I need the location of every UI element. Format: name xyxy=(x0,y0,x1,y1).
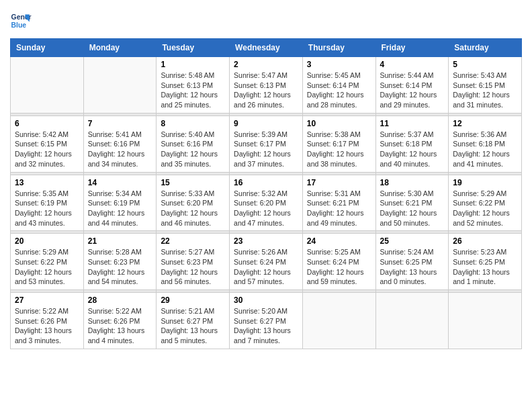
day-number: 19 xyxy=(453,178,517,187)
day-info: Sunrise: 5:25 AM Sunset: 6:24 PM Dayligh… xyxy=(307,247,371,287)
calendar-cell: 11Sunrise: 5:37 AM Sunset: 6:18 PM Dayli… xyxy=(375,116,449,172)
day-number: 17 xyxy=(307,178,371,187)
day-number: 7 xyxy=(88,119,152,128)
day-number: 15 xyxy=(161,178,225,187)
day-info: Sunrise: 5:40 AM Sunset: 6:16 PM Dayligh… xyxy=(161,130,225,169)
calendar-header-monday: Monday xyxy=(83,39,157,57)
day-number: 29 xyxy=(161,295,225,305)
calendar-week-row: 1Sunrise: 5:48 AM Sunset: 6:13 PM Daylig… xyxy=(11,57,522,113)
calendar-header-sunday: Sunday xyxy=(11,39,84,57)
day-info: Sunrise: 5:34 AM Sunset: 6:19 PM Dayligh… xyxy=(88,189,152,228)
calendar-week-row: 6Sunrise: 5:42 AM Sunset: 6:15 PM Daylig… xyxy=(11,116,522,172)
day-info: Sunrise: 5:22 AM Sunset: 6:26 PM Dayligh… xyxy=(15,306,79,346)
logo-icon: General Blue xyxy=(10,10,32,32)
calendar-cell: 29Sunrise: 5:21 AM Sunset: 6:27 PM Dayli… xyxy=(157,293,230,349)
calendar-cell: 20Sunrise: 5:29 AM Sunset: 6:22 PM Dayli… xyxy=(11,234,84,290)
calendar-cell: 16Sunrise: 5:32 AM Sunset: 6:20 PM Dayli… xyxy=(230,175,303,231)
day-number: 11 xyxy=(380,119,445,128)
calendar-cell: 27Sunrise: 5:22 AM Sunset: 6:26 PM Dayli… xyxy=(11,293,84,349)
calendar-cell: 3Sunrise: 5:45 AM Sunset: 6:14 PM Daylig… xyxy=(302,57,375,113)
calendar-header-row: SundayMondayTuesdayWednesdayThursdayFrid… xyxy=(11,39,522,57)
calendar-week-row: 20Sunrise: 5:29 AM Sunset: 6:22 PM Dayli… xyxy=(11,234,522,290)
day-number: 24 xyxy=(307,236,371,246)
calendar-header-friday: Friday xyxy=(375,39,449,57)
day-info: Sunrise: 5:30 AM Sunset: 6:21 PM Dayligh… xyxy=(380,189,445,228)
day-info: Sunrise: 5:24 AM Sunset: 6:25 PM Dayligh… xyxy=(380,247,445,287)
day-info: Sunrise: 5:43 AM Sunset: 6:15 PM Dayligh… xyxy=(453,71,517,110)
calendar-cell: 13Sunrise: 5:35 AM Sunset: 6:19 PM Dayli… xyxy=(11,175,84,231)
calendar-cell: 12Sunrise: 5:36 AM Sunset: 6:18 PM Dayli… xyxy=(449,116,522,172)
day-number: 4 xyxy=(380,60,445,69)
calendar-header-wednesday: Wednesday xyxy=(230,39,303,57)
day-number: 16 xyxy=(234,178,298,187)
calendar-cell: 30Sunrise: 5:20 AM Sunset: 6:27 PM Dayli… xyxy=(230,293,303,349)
calendar-header-saturday: Saturday xyxy=(449,39,522,57)
calendar-cell: 21Sunrise: 5:28 AM Sunset: 6:23 PM Dayli… xyxy=(83,234,157,290)
day-info: Sunrise: 5:47 AM Sunset: 6:13 PM Dayligh… xyxy=(234,71,298,110)
day-info: Sunrise: 5:35 AM Sunset: 6:19 PM Dayligh… xyxy=(15,189,79,228)
day-number: 12 xyxy=(453,119,517,128)
calendar-cell: 8Sunrise: 5:40 AM Sunset: 6:16 PM Daylig… xyxy=(157,116,230,172)
day-info: Sunrise: 5:32 AM Sunset: 6:20 PM Dayligh… xyxy=(234,189,298,228)
day-info: Sunrise: 5:45 AM Sunset: 6:14 PM Dayligh… xyxy=(307,71,371,110)
calendar-cell: 6Sunrise: 5:42 AM Sunset: 6:15 PM Daylig… xyxy=(11,116,84,172)
calendar-table: SundayMondayTuesdayWednesdayThursdayFrid… xyxy=(10,38,522,349)
day-number: 21 xyxy=(88,236,152,246)
day-info: Sunrise: 5:38 AM Sunset: 6:17 PM Dayligh… xyxy=(307,130,371,169)
calendar-cell xyxy=(11,57,84,113)
calendar-week-row: 13Sunrise: 5:35 AM Sunset: 6:19 PM Dayli… xyxy=(11,175,522,231)
day-number: 14 xyxy=(88,178,152,187)
calendar-cell: 26Sunrise: 5:23 AM Sunset: 6:25 PM Dayli… xyxy=(449,234,522,290)
logo: General Blue xyxy=(10,10,32,32)
day-info: Sunrise: 5:29 AM Sunset: 6:22 PM Dayligh… xyxy=(453,189,517,228)
calendar-cell: 24Sunrise: 5:25 AM Sunset: 6:24 PM Dayli… xyxy=(302,234,375,290)
calendar-cell: 28Sunrise: 5:22 AM Sunset: 6:26 PM Dayli… xyxy=(83,293,157,349)
day-number: 5 xyxy=(453,60,517,69)
day-info: Sunrise: 5:37 AM Sunset: 6:18 PM Dayligh… xyxy=(380,130,445,169)
calendar-cell: 9Sunrise: 5:39 AM Sunset: 6:17 PM Daylig… xyxy=(230,116,303,172)
day-number: 3 xyxy=(307,60,371,69)
calendar-header-tuesday: Tuesday xyxy=(157,39,230,57)
day-number: 13 xyxy=(15,178,79,187)
day-number: 28 xyxy=(88,295,152,305)
day-number: 2 xyxy=(234,60,298,69)
day-number: 26 xyxy=(453,236,517,246)
day-number: 23 xyxy=(234,236,298,246)
calendar-cell: 14Sunrise: 5:34 AM Sunset: 6:19 PM Dayli… xyxy=(83,175,157,231)
day-info: Sunrise: 5:48 AM Sunset: 6:13 PM Dayligh… xyxy=(161,71,225,110)
day-number: 6 xyxy=(15,119,79,128)
day-info: Sunrise: 5:36 AM Sunset: 6:18 PM Dayligh… xyxy=(453,130,517,169)
day-number: 8 xyxy=(161,119,225,128)
day-info: Sunrise: 5:26 AM Sunset: 6:24 PM Dayligh… xyxy=(234,247,298,287)
day-number: 25 xyxy=(380,236,445,246)
calendar-cell: 5Sunrise: 5:43 AM Sunset: 6:15 PM Daylig… xyxy=(449,57,522,113)
calendar-cell xyxy=(302,293,375,349)
calendar-cell: 7Sunrise: 5:41 AM Sunset: 6:16 PM Daylig… xyxy=(83,116,157,172)
day-info: Sunrise: 5:31 AM Sunset: 6:21 PM Dayligh… xyxy=(307,189,371,228)
day-number: 18 xyxy=(380,178,445,187)
day-info: Sunrise: 5:39 AM Sunset: 6:17 PM Dayligh… xyxy=(234,130,298,169)
calendar-cell xyxy=(375,293,449,349)
day-number: 10 xyxy=(307,119,371,128)
day-info: Sunrise: 5:33 AM Sunset: 6:20 PM Dayligh… xyxy=(161,189,225,228)
day-info: Sunrise: 5:29 AM Sunset: 6:22 PM Dayligh… xyxy=(15,247,79,287)
calendar-cell: 1Sunrise: 5:48 AM Sunset: 6:13 PM Daylig… xyxy=(157,57,230,113)
day-info: Sunrise: 5:21 AM Sunset: 6:27 PM Dayligh… xyxy=(161,306,225,346)
day-number: 20 xyxy=(15,236,79,246)
calendar-cell: 10Sunrise: 5:38 AM Sunset: 6:17 PM Dayli… xyxy=(302,116,375,172)
calendar-cell: 18Sunrise: 5:30 AM Sunset: 6:21 PM Dayli… xyxy=(375,175,449,231)
day-number: 1 xyxy=(161,60,225,69)
day-info: Sunrise: 5:28 AM Sunset: 6:23 PM Dayligh… xyxy=(88,247,152,287)
calendar-cell: 15Sunrise: 5:33 AM Sunset: 6:20 PM Dayli… xyxy=(157,175,230,231)
calendar-cell: 23Sunrise: 5:26 AM Sunset: 6:24 PM Dayli… xyxy=(230,234,303,290)
calendar-cell xyxy=(83,57,157,113)
calendar-cell xyxy=(449,293,522,349)
day-number: 30 xyxy=(234,295,298,305)
calendar-cell: 4Sunrise: 5:44 AM Sunset: 6:14 PM Daylig… xyxy=(375,57,449,113)
calendar-cell: 25Sunrise: 5:24 AM Sunset: 6:25 PM Dayli… xyxy=(375,234,449,290)
day-number: 22 xyxy=(161,236,225,246)
day-info: Sunrise: 5:23 AM Sunset: 6:25 PM Dayligh… xyxy=(453,247,517,287)
header: General Blue xyxy=(10,10,522,32)
svg-text:Blue: Blue xyxy=(11,21,27,29)
day-info: Sunrise: 5:22 AM Sunset: 6:26 PM Dayligh… xyxy=(88,306,152,346)
